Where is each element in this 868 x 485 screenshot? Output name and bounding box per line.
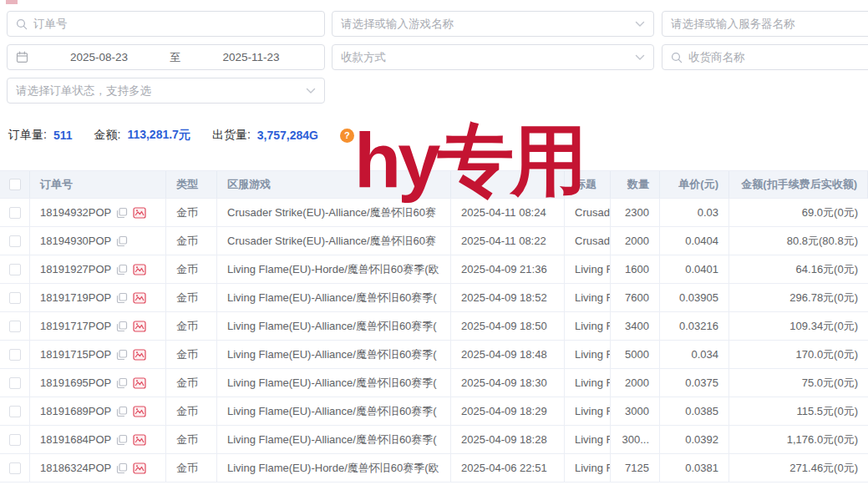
stats-bar: 订单量: 511 金额: 113,281.7元 出货量: 3,757,284G …	[8, 128, 354, 143]
copy-icon[interactable]	[116, 264, 128, 275]
date-range-picker[interactable]: 2025-08-23 至 2025-11-23	[7, 44, 325, 70]
game-name-select[interactable]: 请选择或输入游戏名称	[332, 11, 654, 37]
image-icon[interactable]	[133, 377, 146, 389]
game-cell: Living Flame(EU)-Alliance/魔兽怀旧60赛季(	[217, 284, 451, 311]
row-checkbox[interactable]	[9, 321, 21, 332]
price-cell: 0.03905	[660, 284, 729, 311]
date-start[interactable]: 2025-08-23	[34, 51, 164, 63]
order-status-select[interactable]: 请选择订单状态，支持多选	[7, 78, 325, 104]
copy-icon[interactable]	[116, 349, 128, 361]
image-icon[interactable]	[133, 292, 146, 304]
price-cell: 0.0392	[660, 426, 729, 453]
copy-icon[interactable]	[116, 321, 128, 332]
order-no-text: 18186324POP	[40, 462, 111, 474]
title-cell: Living Fl	[565, 284, 611, 311]
order-no-cell: 18191927POP	[30, 255, 166, 283]
col-qty: 数量	[611, 171, 660, 198]
copy-icon[interactable]	[116, 462, 128, 474]
game-cell: Living Flame(EU)-Alliance/魔兽怀旧60赛季(	[217, 312, 451, 340]
price-cell: 0.034	[660, 341, 729, 368]
price-cell: 0.03	[660, 199, 729, 226]
qty-cell: 3000	[611, 397, 660, 425]
orders-table: 订单号 类型 区服游戏 标题 数量 单价(元) 金额(扣手续费后实收额) 181…	[0, 170, 868, 482]
copy-icon[interactable]	[116, 434, 128, 446]
calendar-icon	[16, 51, 28, 63]
image-icon[interactable]	[133, 207, 146, 219]
table-row: 18191717POP 金币 Living Flame(EU)-Alliance…	[0, 312, 868, 341]
type-cell: 金币	[166, 426, 217, 453]
order-count-value: 511	[53, 129, 73, 142]
price-cell: 0.0385	[660, 397, 729, 425]
select-all-checkbox[interactable]	[9, 179, 21, 190]
type-cell: 金币	[166, 369, 217, 397]
order-no-cell: 18191695POP	[30, 369, 166, 397]
shipment-value: 3,757,284G	[257, 129, 318, 142]
image-icon[interactable]	[133, 406, 146, 417]
date-end[interactable]: 2025-11-23	[186, 51, 316, 63]
time-cell: 2025-04-09 18:29	[451, 397, 565, 425]
copy-icon[interactable]	[116, 406, 128, 417]
table-row: 18191715POP 金币 Living Flame(EU)-Alliance…	[0, 341, 868, 369]
col-game: 区服游戏	[217, 171, 451, 198]
order-no-input[interactable]: 订单号	[7, 11, 325, 37]
row-checkbox[interactable]	[9, 235, 21, 247]
game-name-placeholder: 请选择或输入游戏名称	[341, 17, 454, 32]
order-no-text: 18194932POP	[40, 206, 111, 219]
order-no-text: 18194930POP	[40, 235, 111, 247]
copy-icon[interactable]	[116, 235, 128, 247]
receiver-placeholder: 收货商名称	[688, 50, 745, 65]
image-icon[interactable]	[133, 264, 146, 275]
row-checkbox[interactable]	[9, 462, 21, 474]
row-checkbox[interactable]	[9, 264, 21, 275]
payment-method-placeholder: 收款方式	[341, 50, 386, 65]
image-icon[interactable]	[133, 349, 146, 361]
qty-cell: 2000	[611, 369, 660, 397]
type-cell: 金币	[166, 255, 217, 283]
amount-cell: 1,176.0元(0元)	[729, 426, 868, 453]
time-cell: 2025-04-09 18:48	[451, 341, 565, 368]
title-cell: Crusade	[565, 199, 611, 226]
type-cell: 金币	[166, 312, 217, 340]
row-checkbox[interactable]	[9, 406, 21, 417]
order-no-text: 18191684POP	[40, 433, 111, 446]
amount-cell: 115.5元(0元)	[729, 397, 868, 425]
copy-icon[interactable]	[116, 292, 128, 304]
time-cell: 2025-04-06 22:51	[451, 454, 565, 482]
help-icon[interactable]: ?	[340, 129, 354, 143]
col-time	[451, 171, 565, 198]
order-no-text: 18191715POP	[40, 348, 111, 361]
table-row: 18191689POP 金币 Living Flame(EU)-Alliance…	[0, 397, 868, 426]
copy-icon[interactable]	[116, 207, 128, 219]
amount-cell: 80.8元(80.8元)	[729, 227, 868, 255]
row-checkbox[interactable]	[9, 207, 21, 219]
order-no-placeholder: 订单号	[33, 17, 68, 32]
qty-cell: 1600	[611, 255, 660, 283]
row-checkbox[interactable]	[9, 349, 21, 361]
order-no-text: 18191719POP	[40, 291, 111, 304]
table-row: 18191684POP 金币 Living Flame(EU)-Alliance…	[0, 426, 868, 454]
title-cell: Living Fl	[565, 341, 611, 368]
image-icon[interactable]	[133, 434, 146, 446]
price-cell: 0.0381	[660, 454, 729, 482]
order-no-cell: 18191689POP	[30, 397, 166, 425]
amount-cell: 69.0元(0元)	[729, 199, 868, 226]
row-checkbox[interactable]	[9, 377, 21, 389]
order-status-placeholder: 请选择订单状态，支持多选	[16, 83, 151, 99]
image-icon[interactable]	[133, 321, 146, 332]
image-icon[interactable]	[133, 462, 146, 474]
payment-method-select[interactable]: 收款方式	[332, 44, 654, 70]
time-cell: 2025-04-09 18:52	[451, 284, 565, 311]
server-name-input[interactable]: 请选择或输入服务器名称	[662, 11, 868, 37]
chevron-down-icon	[635, 51, 645, 63]
row-checkbox[interactable]	[9, 292, 21, 304]
col-amount: 金额(扣手续费后实收额)	[729, 171, 868, 198]
copy-icon[interactable]	[116, 377, 128, 389]
qty-cell: 3400	[611, 312, 660, 340]
receiver-input[interactable]: 收货商名称	[662, 44, 868, 70]
title-cell: Living Fl	[565, 369, 611, 397]
type-cell: 金币	[166, 199, 217, 226]
row-checkbox[interactable]	[9, 434, 21, 446]
order-no-cell: 18191719POP	[30, 284, 166, 311]
game-cell: Living Flame(EU)-Alliance/魔兽怀旧60赛季(	[217, 341, 451, 368]
time-cell: 2025-04-11 08:22	[451, 227, 565, 255]
